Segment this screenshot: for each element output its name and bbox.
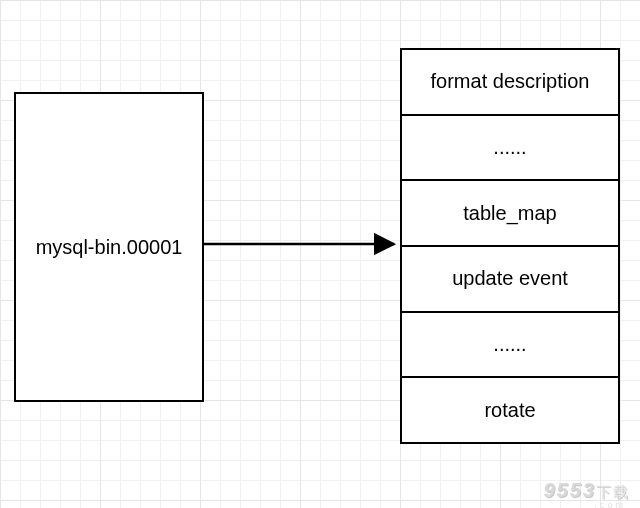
event-cell: format description	[402, 50, 618, 116]
watermark-subtext: .com	[594, 500, 626, 508]
arrow-source-to-stack	[204, 224, 404, 264]
event-cell-label: ......	[493, 136, 526, 159]
watermark-suffix: 下载	[596, 483, 630, 500]
event-cell: rotate	[402, 378, 618, 442]
event-cell-label: format description	[431, 70, 590, 93]
watermark-logo: 9553下载	[544, 479, 631, 502]
watermark-brand: 9553	[544, 479, 597, 501]
event-cell: ......	[402, 116, 618, 182]
source-node-label: mysql-bin.00001	[36, 236, 183, 259]
event-cell: ......	[402, 313, 618, 379]
event-cell-label: table_map	[463, 202, 556, 225]
event-stack: format description ...... table_map upda…	[400, 48, 620, 444]
event-cell-label: rotate	[484, 399, 535, 422]
diagram-canvas: mysql-bin.00001 format description .....…	[0, 0, 640, 508]
source-node: mysql-bin.00001	[14, 92, 204, 402]
event-cell-label: ......	[493, 333, 526, 356]
event-cell: update event	[402, 247, 618, 313]
event-cell-label: update event	[452, 267, 568, 290]
event-cell: table_map	[402, 181, 618, 247]
